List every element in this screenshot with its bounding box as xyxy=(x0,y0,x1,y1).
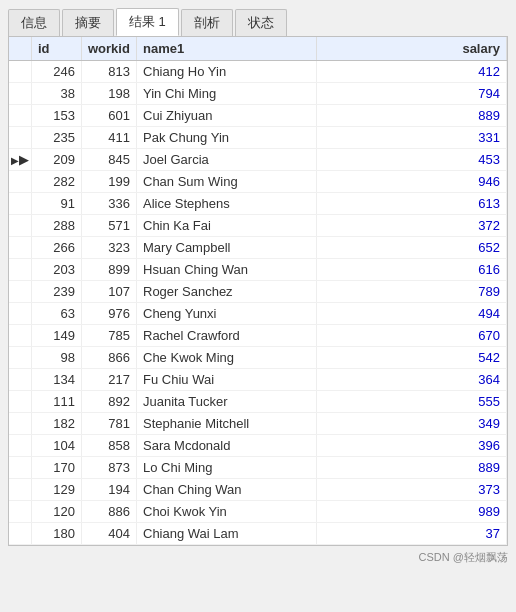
row-arrow xyxy=(9,391,32,413)
watermark: CSDN @轻烟飘荡 xyxy=(0,546,516,569)
row-arrow xyxy=(9,501,32,523)
row-arrow xyxy=(9,237,32,259)
row-arrow xyxy=(9,171,32,193)
cell-name1: Mary Campbell xyxy=(137,237,317,259)
table-row[interactable]: 134217Fu Chiu Wai364 xyxy=(9,369,507,391)
header-workid: workid xyxy=(82,37,137,61)
result-table-wrapper: id workid name1 salary 246813Chiang Ho Y… xyxy=(8,36,508,546)
table-row[interactable]: 203899Hsuan Ching Wan616 xyxy=(9,259,507,281)
cell-id: 288 xyxy=(32,215,82,237)
table-row[interactable]: 111892Juanita Tucker555 xyxy=(9,391,507,413)
cell-name1: Alice Stephens xyxy=(137,193,317,215)
table-row[interactable]: 91336Alice Stephens613 xyxy=(9,193,507,215)
cell-workid: 858 xyxy=(82,435,137,457)
tab-summary[interactable]: 摘要 xyxy=(62,9,114,36)
tab-info[interactable]: 信息 xyxy=(8,9,60,36)
row-arrow xyxy=(9,479,32,501)
table-row[interactable]: 149785Rachel Crawford670 xyxy=(9,325,507,347)
cell-name1: Rachel Crawford xyxy=(137,325,317,347)
cell-workid: 194 xyxy=(82,479,137,501)
cell-salary: 349 xyxy=(317,413,507,435)
cell-name1: Chiang Ho Yin xyxy=(137,61,317,83)
cell-name1: Chiang Wai Lam xyxy=(137,523,317,545)
tab-bar: 信息摘要结果 1剖析状态 xyxy=(0,8,516,36)
cell-workid: 785 xyxy=(82,325,137,347)
cell-id: 134 xyxy=(32,369,82,391)
cell-workid: 336 xyxy=(82,193,137,215)
cell-id: 203 xyxy=(32,259,82,281)
cell-id: 182 xyxy=(32,413,82,435)
table-row[interactable]: 266323Mary Campbell652 xyxy=(9,237,507,259)
table-row[interactable]: 63976Cheng Yunxi494 xyxy=(9,303,507,325)
cell-salary: 889 xyxy=(317,457,507,479)
cell-workid: 199 xyxy=(82,171,137,193)
cell-id: 266 xyxy=(32,237,82,259)
tab-analysis[interactable]: 剖析 xyxy=(181,9,233,36)
cell-salary: 331 xyxy=(317,127,507,149)
row-arrow: ▶ xyxy=(9,149,32,171)
cell-id: 98 xyxy=(32,347,82,369)
cell-id: 239 xyxy=(32,281,82,303)
cell-salary: 372 xyxy=(317,215,507,237)
table-row[interactable]: 98866Che Kwok Ming542 xyxy=(9,347,507,369)
cell-workid: 873 xyxy=(82,457,137,479)
cell-salary: 453 xyxy=(317,149,507,171)
cell-salary: 652 xyxy=(317,237,507,259)
cell-salary: 494 xyxy=(317,303,507,325)
cell-salary: 364 xyxy=(317,369,507,391)
cell-workid: 892 xyxy=(82,391,137,413)
table-row[interactable]: 170873Lo Chi Ming889 xyxy=(9,457,507,479)
cell-id: 111 xyxy=(32,391,82,413)
tab-status[interactable]: 状态 xyxy=(235,9,287,36)
table-row[interactable]: 288571Chin Ka Fai372 xyxy=(9,215,507,237)
header-id: id xyxy=(32,37,82,61)
row-arrow xyxy=(9,413,32,435)
table-row[interactable]: 38198Yin Chi Ming794 xyxy=(9,83,507,105)
cell-salary: 373 xyxy=(317,479,507,501)
table-row[interactable]: 120886Choi Kwok Yin989 xyxy=(9,501,507,523)
cell-name1: Cheng Yunxi xyxy=(137,303,317,325)
cell-workid: 976 xyxy=(82,303,137,325)
table-row[interactable]: 239107Roger Sanchez789 xyxy=(9,281,507,303)
table-row[interactable]: 235411Pak Chung Yin331 xyxy=(9,127,507,149)
cell-workid: 866 xyxy=(82,347,137,369)
cell-id: 104 xyxy=(32,435,82,457)
cell-salary: 616 xyxy=(317,259,507,281)
cell-salary: 555 xyxy=(317,391,507,413)
cell-id: 209 xyxy=(32,149,82,171)
header-arrow xyxy=(9,37,32,61)
cell-salary: 946 xyxy=(317,171,507,193)
table-body: 246813Chiang Ho Yin41238198Yin Chi Ming7… xyxy=(9,61,507,545)
tab-result1[interactable]: 结果 1 xyxy=(116,8,179,36)
cell-workid: 781 xyxy=(82,413,137,435)
table-header: id workid name1 salary xyxy=(9,37,507,61)
cell-name1: Joel Garcia xyxy=(137,149,317,171)
table-row[interactable]: 182781Stephanie Mitchell349 xyxy=(9,413,507,435)
table-row[interactable]: 129194Chan Ching Wan373 xyxy=(9,479,507,501)
cell-name1: Chan Ching Wan xyxy=(137,479,317,501)
cell-id: 149 xyxy=(32,325,82,347)
cell-salary: 37 xyxy=(317,523,507,545)
cell-workid: 886 xyxy=(82,501,137,523)
cell-workid: 411 xyxy=(82,127,137,149)
cell-workid: 198 xyxy=(82,83,137,105)
row-arrow xyxy=(9,105,32,127)
row-arrow xyxy=(9,61,32,83)
cell-workid: 404 xyxy=(82,523,137,545)
cell-name1: Pak Chung Yin xyxy=(137,127,317,149)
table-row[interactable]: 282199Chan Sum Wing946 xyxy=(9,171,507,193)
cell-salary: 542 xyxy=(317,347,507,369)
cell-name1: Hsuan Ching Wan xyxy=(137,259,317,281)
cell-id: 38 xyxy=(32,83,82,105)
table-row[interactable]: ▶209845Joel Garcia453 xyxy=(9,149,507,171)
table-row[interactable]: 104858Sara Mcdonald396 xyxy=(9,435,507,457)
cell-name1: Fu Chiu Wai xyxy=(137,369,317,391)
cell-workid: 323 xyxy=(82,237,137,259)
cell-workid: 845 xyxy=(82,149,137,171)
cell-salary: 989 xyxy=(317,501,507,523)
row-arrow xyxy=(9,523,32,545)
table-row[interactable]: 180404Chiang Wai Lam37 xyxy=(9,523,507,545)
table-row[interactable]: 246813Chiang Ho Yin412 xyxy=(9,61,507,83)
table-row[interactable]: 153601Cui Zhiyuan889 xyxy=(9,105,507,127)
cell-id: 129 xyxy=(32,479,82,501)
